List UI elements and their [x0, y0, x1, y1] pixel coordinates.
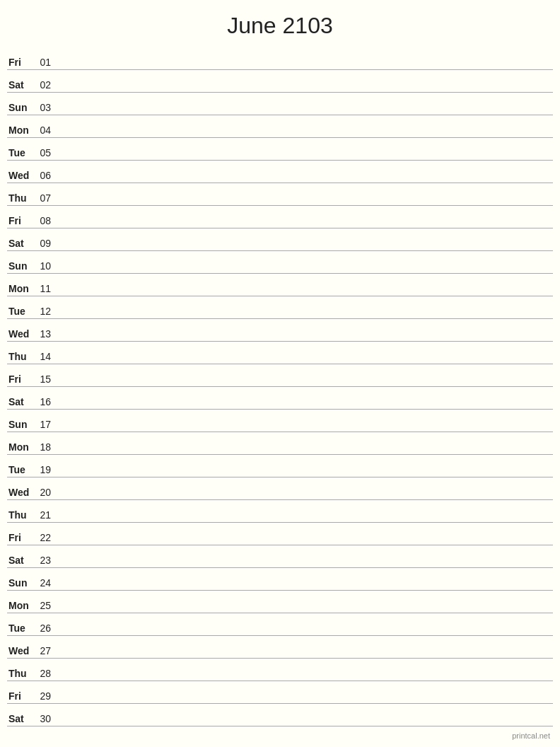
day-number: 29	[35, 690, 55, 702]
day-number: 22	[35, 532, 55, 543]
day-name: Sat	[7, 713, 35, 724]
table-row: Fri01	[7, 47, 553, 70]
day-number: 26	[35, 622, 55, 634]
calendar-grid: Fri01Sat02Sun03Mon04Tue05Wed06Thu07Fri08…	[0, 47, 560, 726]
day-number: 06	[35, 170, 55, 181]
day-line	[55, 543, 553, 543]
table-row: Wed27	[7, 636, 553, 659]
table-row: Thu07	[7, 183, 553, 206]
day-line	[55, 588, 553, 589]
table-row: Tue26	[7, 613, 553, 636]
day-name: Wed	[7, 328, 35, 340]
table-row: Mon25	[7, 591, 553, 613]
day-line	[55, 475, 553, 475]
day-number: 11	[35, 283, 55, 294]
day-line	[55, 248, 553, 249]
table-row: Sat09	[7, 228, 553, 251]
table-row: Sat30	[7, 704, 553, 726]
day-name: Mon	[7, 283, 35, 294]
day-number: 27	[35, 645, 55, 656]
day-number: 07	[35, 192, 55, 204]
day-name: Sun	[7, 102, 35, 113]
day-number: 25	[35, 600, 55, 611]
day-line	[55, 339, 553, 340]
table-row: Tue12	[7, 296, 553, 319]
day-name: Wed	[7, 645, 35, 656]
day-name: Thu	[7, 509, 35, 521]
table-row: Sun24	[7, 568, 553, 591]
day-line	[55, 520, 553, 521]
day-line	[55, 452, 553, 453]
day-line	[55, 226, 553, 226]
day-line	[55, 724, 553, 724]
day-line	[55, 294, 553, 294]
day-name: Fri	[7, 690, 35, 702]
day-name: Mon	[7, 441, 35, 453]
day-number: 17	[35, 419, 55, 430]
table-row: Wed06	[7, 161, 553, 183]
table-row: Mon04	[7, 115, 553, 138]
day-line	[55, 384, 553, 385]
day-name: Thu	[7, 668, 35, 679]
day-number: 05	[35, 147, 55, 158]
day-line	[55, 158, 553, 158]
day-line	[55, 361, 553, 362]
day-name: Tue	[7, 147, 35, 158]
day-line	[55, 678, 553, 679]
table-row: Tue05	[7, 138, 553, 161]
day-number: 09	[35, 238, 55, 249]
day-name: Sat	[7, 238, 35, 249]
day-name: Sat	[7, 79, 35, 91]
day-line	[55, 112, 553, 113]
day-number: 14	[35, 351, 55, 362]
day-name: Fri	[7, 215, 35, 226]
table-row: Fri22	[7, 523, 553, 545]
table-row: Tue19	[7, 455, 553, 477]
day-name: Mon	[7, 600, 35, 611]
day-number: 01	[35, 57, 55, 68]
footer-text: printcal.net	[512, 731, 550, 740]
day-name: Sat	[7, 555, 35, 566]
day-name: Sun	[7, 577, 35, 589]
day-line	[55, 135, 553, 136]
day-number: 28	[35, 668, 55, 679]
day-number: 20	[35, 487, 55, 498]
day-name: Wed	[7, 170, 35, 181]
day-line	[55, 610, 553, 611]
day-line	[55, 407, 553, 407]
day-number: 04	[35, 124, 55, 136]
day-number: 10	[35, 260, 55, 272]
day-line	[55, 497, 553, 498]
day-name: Tue	[7, 622, 35, 634]
day-line	[55, 67, 553, 68]
table-row: Sat02	[7, 70, 553, 93]
table-row: Sat16	[7, 387, 553, 410]
day-number: 02	[35, 79, 55, 91]
day-line	[55, 656, 553, 656]
day-line	[55, 203, 553, 204]
day-line	[55, 633, 553, 634]
day-name: Tue	[7, 306, 35, 317]
day-number: 12	[35, 306, 55, 317]
table-row: Mon18	[7, 432, 553, 455]
day-number: 15	[35, 374, 55, 385]
table-row: Wed13	[7, 319, 553, 342]
page-title: June 2103	[0, 0, 560, 47]
day-line	[55, 180, 553, 181]
table-row: Thu14	[7, 342, 553, 364]
table-row: Fri29	[7, 681, 553, 704]
day-number: 30	[35, 713, 55, 724]
day-number: 13	[35, 328, 55, 340]
day-name: Thu	[7, 351, 35, 362]
table-row: Mon11	[7, 274, 553, 296]
day-number: 03	[35, 102, 55, 113]
table-row: Sun10	[7, 251, 553, 274]
day-name: Thu	[7, 192, 35, 204]
day-name: Mon	[7, 124, 35, 136]
table-row: Sun17	[7, 410, 553, 432]
day-name: Sun	[7, 419, 35, 430]
day-name: Fri	[7, 374, 35, 385]
table-row: Thu21	[7, 500, 553, 523]
table-row: Fri15	[7, 364, 553, 387]
day-line	[55, 316, 553, 317]
